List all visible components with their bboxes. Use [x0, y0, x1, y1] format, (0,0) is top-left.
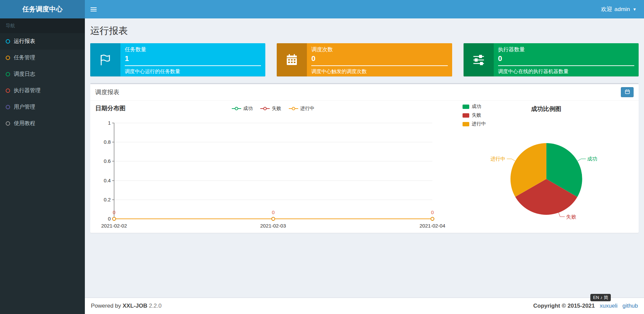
svg-text:0: 0 [431, 209, 434, 215]
pie-chart: 成功比例图 成功 失败 进行中 [459, 102, 634, 231]
svg-text:0: 0 [113, 209, 115, 215]
info-box-triggers: 调度次数 0 调度中心触发的调度次数 [277, 43, 452, 76]
info-box-jobs: 任务数量 1 调度中心运行的任务数量 [90, 43, 265, 76]
info-box-title: 执行器数量 [498, 46, 634, 53]
info-box-content: 调度次数 0 调度中心触发的调度次数 [307, 43, 452, 76]
line-chart-legend: 成功 失败 [95, 106, 450, 112]
sidebar-item-label: 运行报表 [14, 38, 35, 45]
info-box-desc: 调度中心触发的调度次数 [311, 68, 447, 75]
circle-icon [6, 72, 10, 76]
hamburger-icon [91, 7, 97, 8]
legend-item-running[interactable]: 进行中 [288, 106, 314, 112]
circle-icon [6, 105, 10, 109]
product-version: 2.2.0 [149, 303, 162, 309]
pie-label-leader [578, 159, 586, 161]
pie-slice-label: 失败 [566, 214, 576, 219]
legend-label: 成功 [243, 106, 253, 112]
x-axis-labels: 2021-02-02 2021-02-03 2021-02-04 [101, 223, 445, 229]
x-tick-label: 2021-02-04 [420, 223, 445, 229]
sidebar-item-users[interactable]: 用户管理 [0, 99, 85, 115]
sidebar-item-jobs[interactable]: 任务管理 [0, 50, 85, 66]
info-box-title: 调度次数 [311, 46, 447, 53]
grid-lines [114, 123, 432, 200]
sidebar-item-executors[interactable]: 执行器管理 [0, 82, 85, 99]
report-panel-header: 调度报表 [90, 84, 639, 101]
navbar: 欢迎 admin ▼ [85, 0, 644, 18]
ime-indicator[interactable]: EN ♪ 简 [590, 294, 611, 301]
y-tick-label: 0.8 [104, 139, 111, 145]
progress-bar [125, 65, 261, 66]
legend-marker-icon [260, 106, 270, 111]
info-box-value: 1 [125, 54, 261, 63]
product-name: XXL-JOB [123, 303, 148, 309]
svg-text:0: 0 [272, 209, 274, 215]
y-tick-label: 0.4 [104, 178, 111, 183]
welcome-label: 欢迎 [601, 5, 612, 13]
circle-icon [6, 56, 10, 60]
progress-bar [311, 65, 447, 66]
calendar-icon [277, 43, 307, 76]
circle-icon [6, 88, 10, 93]
line-chart: 日期分布图 成功 [95, 102, 450, 231]
series-layer: 000 [113, 209, 434, 221]
info-box-desc: 调度中心运行的任务数量 [125, 68, 261, 75]
pie-label-leader [507, 159, 515, 161]
sidebar-menu: 运行报表 任务管理 调度日志 执行器管理 用户管理 使用教程 [0, 33, 85, 132]
info-box-desc: 调度中心在线的执行器机器数量 [498, 68, 634, 75]
info-box-value: 0 [498, 54, 634, 63]
report-panel: 调度报表 日期分布图 [90, 83, 639, 233]
sidebar: 导航 运行报表 任务管理 调度日志 执行器管理 用户管理 使用教程 [0, 18, 85, 314]
info-box-executors: 执行器数量 0 调度中心在线的执行器机器数量 [464, 43, 639, 76]
username: admin [614, 6, 630, 13]
powered-label: Powered by [91, 303, 121, 309]
axes [112, 123, 432, 221]
sidebar-item-logs[interactable]: 调度日志 [0, 66, 85, 82]
legend-label: 进行中 [300, 106, 314, 112]
sidebar-item-label: 执行器管理 [14, 87, 41, 94]
date-range-button[interactable] [621, 87, 634, 97]
charts-row: 日期分布图 成功 [95, 102, 634, 231]
line-plot-svg: 1 0.8 0.6 0.4 0.2 0 2021-02-02 2021-02-0… [95, 115, 450, 230]
legend-item-fail[interactable]: 失败 [260, 106, 281, 112]
sidebar-section-label: 导航 [0, 18, 85, 33]
x-tick-label: 2021-02-03 [260, 223, 286, 229]
sidebar-item-label: 任务管理 [14, 54, 35, 61]
app-title: 任务调度中心 [22, 5, 63, 14]
report-panel-body: 日期分布图 成功 [90, 101, 639, 233]
circle-icon [6, 121, 10, 126]
pie-plot-svg: 成功失败进行中 [459, 102, 634, 231]
pie-slice-label: 进行中 [490, 156, 505, 162]
footer-powered: Powered by XXL-JOB 2.2.0 [91, 303, 162, 309]
pie-slice-label: 成功 [587, 156, 597, 162]
x-tick-label: 2021-02-02 [101, 223, 127, 229]
app-logo[interactable]: 任务调度中心 [0, 0, 85, 18]
info-box-title: 任务数量 [125, 46, 261, 53]
legend-item-success[interactable]: 成功 [231, 106, 253, 112]
info-box-content: 执行器数量 0 调度中心在线的执行器机器数量 [494, 43, 639, 76]
flag-icon [90, 43, 120, 76]
sidebar-item-label: 调度日志 [14, 71, 35, 78]
link-xuxueli[interactable]: xuxueli [600, 303, 618, 309]
sidebar-item-help[interactable]: 使用教程 [0, 115, 85, 132]
link-github[interactable]: github [623, 303, 638, 309]
y-tick-label: 0.2 [104, 197, 111, 202]
sidebar-item-dashboard[interactable]: 运行报表 [0, 33, 85, 50]
caret-down-icon: ▼ [633, 7, 637, 12]
legend-marker-icon [288, 106, 299, 111]
sidebar-toggle-button[interactable] [85, 0, 102, 18]
progress-bar [498, 65, 634, 66]
top-header: 任务调度中心 欢迎 admin ▼ [0, 0, 644, 18]
circle-icon [6, 39, 10, 44]
main-content: 运行报表 任务数量 1 调度中心运行的任务数量 [85, 18, 644, 298]
pie-label-leader [559, 212, 565, 216]
footer-copyright: Copyright © 2015-2021 xuxueli github [533, 303, 638, 309]
calendar-icon [625, 89, 630, 95]
info-box-value: 0 [311, 54, 447, 63]
y-tick-label: 1 [108, 120, 111, 126]
stat-boxes-row: 任务数量 1 调度中心运行的任务数量 [90, 43, 639, 76]
legend-label: 失败 [272, 106, 281, 112]
sidebar-item-label: 使用教程 [14, 120, 35, 127]
page-title: 运行报表 [90, 24, 639, 37]
user-menu[interactable]: 欢迎 admin ▼ [600, 0, 638, 18]
y-tick-label: 0.6 [104, 158, 111, 164]
